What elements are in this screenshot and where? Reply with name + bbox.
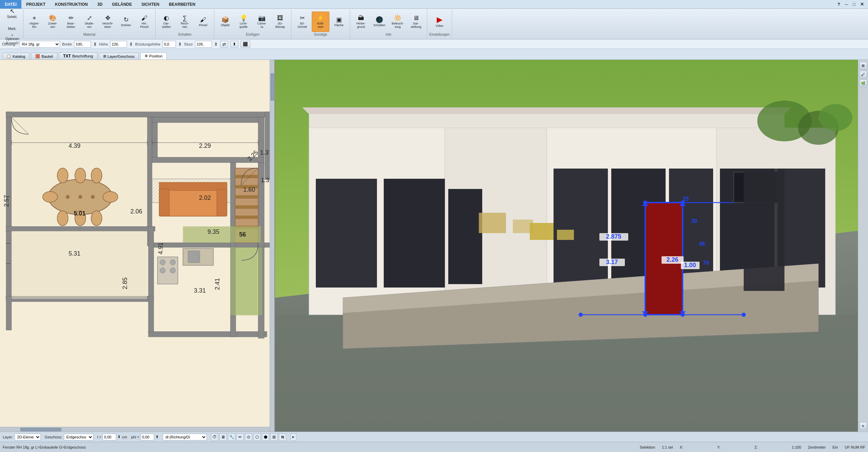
svg-rect-52 (188, 251, 200, 263)
svg-rect-93 (316, 179, 377, 288)
svg-text:5.31: 5.31 (69, 250, 80, 257)
tool-pinsel[interactable]: 🖌Pinsel (194, 12, 212, 32)
breite-input[interactable] (74, 41, 91, 48)
vscrollbar-2d[interactable] (270, 60, 274, 432)
uf-label: UF NUM RF (845, 445, 866, 449)
hoehe-input[interactable] (110, 41, 127, 48)
svg-text:4.91: 4.91 (157, 243, 164, 255)
tool-hinpinsel[interactable]: 🖌Hin.Pinsel (135, 12, 153, 32)
tools-btn[interactable]: 🔧 (228, 433, 235, 441)
tool-3dschnitt[interactable]: ✂3D-Schnitt (293, 12, 311, 32)
flip-v-btn[interactable]: ⬆ (230, 41, 238, 48)
svg-rect-9 (152, 117, 264, 123)
north-btn[interactable]: N (279, 433, 286, 441)
tool-lichtquelle[interactable]: 💡Licht-quelle (235, 12, 252, 32)
lasso-btn[interactable]: ⊙ (245, 433, 252, 441)
cursor-icon: ↖ (10, 8, 15, 14)
tab-bauteil[interactable]: 🧱 Bauteil (31, 53, 57, 59)
svg-text:2.875: 2.875 (606, 233, 621, 240)
rpanel-btn-2[interactable]: 🖊 (860, 71, 867, 78)
help-icon[interactable]: ? (835, 2, 842, 7)
svg-text:3.17: 3.17 (606, 259, 618, 265)
breite-arrows: ⬍ (93, 41, 97, 47)
phi-stepper[interactable]: ⬍ (156, 435, 159, 439)
tool-mark[interactable]: Mark. (3, 23, 21, 34)
tool-objekt[interactable]: 📦Objekt (216, 12, 234, 32)
pen-btn[interactable]: ✏ (236, 433, 244, 441)
more-btn[interactable]: ▸ (290, 433, 296, 441)
svg-marker-88 (302, 107, 791, 114)
svg-text:76: 76 (703, 260, 709, 266)
tool-schatten2[interactable]: 🌑Schatten (370, 12, 388, 32)
svg-point-25 (75, 168, 86, 183)
sturz-input[interactable] (195, 41, 212, 48)
svg-text:30: 30 (691, 218, 697, 224)
l-stepper[interactable]: ⬍ (117, 435, 121, 439)
tool-rechnen[interactable]: ∑Rech-nen (176, 12, 194, 32)
tool-flaeche[interactable]: ▣Fläche (330, 12, 348, 32)
dl-select[interactable]: dl (Richtung/Di (163, 434, 207, 440)
tool-zuweisen[interactable]: 🎨Zuwei-sen (44, 12, 61, 32)
tab-bar: 📋 Katalog 🧱 Bauteil TXT Beschriftung ⊞ L… (0, 49, 868, 60)
svg-rect-43 (235, 205, 258, 209)
grid-btn[interactable]: ⊞ (270, 433, 278, 441)
svg-rect-44 (235, 215, 258, 219)
menu-konstruktion[interactable]: KONSTRUKTION (50, 0, 93, 8)
tool-kamera[interactable]: 📷Came-ra (253, 12, 271, 32)
tool-abgreifen[interactable]: ⌖Abgrei-fen (25, 12, 43, 32)
flip-h-btn[interactable]: ⬛ (240, 41, 250, 48)
tab-katalog[interactable]: 📋 Katalog (2, 53, 30, 59)
view-2d[interactable]: 4.39 2.29 1.37 2.57 2.06 2.02 1.60 1.37 … (0, 60, 275, 432)
tool-optionen[interactable]: + Optionen (3, 34, 21, 40)
svg-text:3.31: 3.31 (194, 287, 206, 294)
svg-text:2.57: 2.57 (3, 195, 10, 207)
hscrollbar-2d[interactable] (0, 427, 270, 432)
rpanel-btn-4[interactable]: ≡ (860, 422, 867, 430)
menu-bearbeiten[interactable]: BEARBEITEN (164, 0, 200, 8)
tool-beleuchtung[interactable]: 🔆Beleuch-tung (389, 12, 406, 32)
fill-btn[interactable]: ⬟ (262, 433, 269, 441)
menu-projekt[interactable]: PROJEKT (21, 0, 50, 8)
close-btn[interactable]: ✕ (858, 2, 866, 7)
tool-skalieren[interactable]: ⤢Skalie-ren (80, 12, 98, 32)
minimize-btn[interactable]: ─ (843, 2, 850, 7)
geschoss-select[interactable]: Erdgeschos (64, 434, 93, 440)
geschoss-segment: Geschoss: Erdgeschos (45, 434, 93, 440)
swap-btn[interactable]: ⇄ (220, 41, 228, 48)
bruestungshoehe-input[interactable] (162, 41, 176, 48)
layer-select[interactable]: 2D-Eleme (15, 434, 41, 440)
position-icon: ⊕ (145, 54, 148, 58)
rpanel-btn-1[interactable]: ⊞ (860, 62, 867, 69)
tool-bearbeiten-mat[interactable]: ✏Bear-beiten (62, 12, 80, 32)
tool-video[interactable]: ▶ Video (431, 12, 448, 32)
svg-rect-38 (217, 189, 227, 216)
menu-3d[interactable]: 3D (92, 0, 107, 8)
tool-darstellung[interactable]: 🖥Dar-stellung (407, 12, 425, 32)
svg-point-24 (43, 191, 58, 202)
tab-beschriftung[interactable]: TXT Beschriftung (59, 52, 97, 59)
tool-kollision[interactable]: ⚡Kolli-sion (312, 12, 329, 32)
tool-drehen[interactable]: ↻Drehen (117, 12, 135, 32)
clock-btn[interactable]: ⏱ (211, 433, 218, 441)
tab-position[interactable]: ⊕ Position (140, 52, 167, 59)
bruestung-arrows: ⬍ (178, 41, 182, 47)
view-3d[interactable]: 2.875 3.17 2.26 1.00 25 30 46 76 (275, 60, 868, 432)
menu-gelaende[interactable]: GELÄNDE (107, 0, 137, 8)
polygon-btn[interactable]: ⬠ (253, 433, 261, 441)
rpanel-btn-3[interactable]: 🌿 (860, 80, 867, 87)
tool-3dbitmap[interactable]: 🖼3D-Bitmap (271, 12, 289, 32)
l-input[interactable] (103, 434, 116, 440)
tool-verschieben[interactable]: ✥Verschi-eben (99, 12, 116, 32)
screen-btn[interactable]: 🖥 (219, 433, 227, 441)
menu-sichten[interactable]: SICHTEN (137, 0, 164, 8)
tab-layer[interactable]: ⊞ Layer/Geschoss (99, 53, 139, 59)
layer-segment: Layer: 2D-Eleme (3, 434, 41, 440)
maximize-btn[interactable]: □ (851, 2, 857, 7)
oeffnung-select[interactable]: RH 1flg. gr (19, 41, 60, 48)
tool-selekt[interactable]: ↖ Selekt. (3, 3, 21, 23)
tool-darstellen[interactable]: ◐Dar-stellen (158, 12, 175, 32)
toolbar-group-info: 🏔Hinter-grund 🌑Schatten 🔆Beleuch-tung 🖥D… (350, 10, 427, 38)
tool-hintergrund[interactable]: 🏔Hinter-grund (352, 12, 370, 32)
svg-text:1.00: 1.00 (684, 262, 696, 268)
phi-input[interactable] (141, 434, 154, 440)
